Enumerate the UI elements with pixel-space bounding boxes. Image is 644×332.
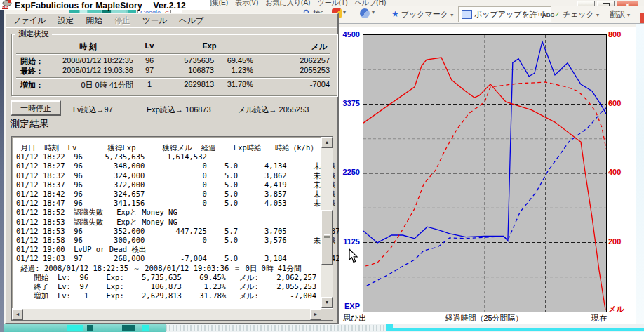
horizontal-scrollbar[interactable]: ◄ ► (12, 308, 321, 320)
vertical-scrollbar[interactable]: ▲ ▼ (321, 137, 333, 308)
scroll-up-button[interactable]: ▲ (321, 137, 333, 148)
app-window: ファイル 設定 開始 停止 ツール ヘルプ 時 刻 Lv Exp メル 開始： … (4, 13, 339, 324)
star-icon: ★ (391, 9, 399, 19)
right-tick-400: 400 (608, 168, 635, 176)
status-row-gain-time: 0日 0時 41分間 (43, 80, 133, 91)
spellcheck-dropdown-icon: ▾ (596, 12, 599, 18)
exp-readout: Exp読込→ 106873 (147, 105, 211, 115)
right-tick-200: 200 (608, 237, 635, 246)
popup-window-icon (462, 10, 472, 19)
chart-plot-area (363, 34, 607, 312)
scroll-right-button[interactable]: ► (310, 309, 321, 320)
app-title: ExpFabulicious for MapleStory Ver.2.12 (15, 0, 186, 12)
app-icon: EXP (1, 0, 12, 9)
pause-button[interactable]: 一時停止 (11, 100, 61, 116)
check-icon: ✓ (554, 11, 560, 18)
mouse-cursor (349, 248, 358, 263)
status-row-start-time: 2008/01/12 18:22:35 (43, 56, 133, 65)
status-row-last-time: 2008/01/12 19:03:36 (43, 66, 133, 74)
screen: { "browser": { "menu_fragment": "ファイル(F)… (0, 0, 644, 332)
menu-file[interactable]: ファイル (13, 15, 46, 26)
status-header-exp: Exp (166, 41, 253, 50)
status-row-gain-mel: -7004 (267, 80, 330, 88)
results-log-textarea[interactable]: 月日 時刻 Lv 獲得Exp 獲得メル 経過 Exp時給 時給（k/h） 01/… (11, 136, 333, 321)
status-divider2 (16, 77, 330, 78)
left-axis-label-exp: EXP (339, 302, 360, 310)
lv-readout: Lv読込→97 (73, 105, 113, 115)
translate-button[interactable]: 翻訳 ▾ (610, 9, 630, 20)
translate-icon-sliver (640, 13, 644, 23)
right-tick-800: 800 (608, 30, 635, 39)
status-row-start-pct: 69.45% (218, 56, 253, 65)
status-row-start-lv: 96 (137, 56, 161, 65)
app-menubar: ファイル 設定 開始 停止 ツール ヘルプ (6, 14, 337, 27)
toolbar-separator (384, 8, 384, 20)
left-tick-2250: 2250 (339, 168, 360, 176)
status-row-last-pct: 1.23% (218, 66, 253, 74)
svg-text:EXP: EXP (2, 6, 8, 9)
vertical-scrollbar-thumb[interactable] (321, 210, 333, 265)
spellcheck-button[interactable]: ABC✓ チェック ▾ (542, 9, 599, 20)
chart-canvas (363, 35, 606, 312)
left-tick-1125: 1125 (339, 237, 360, 246)
status-divider (16, 53, 330, 54)
status-row-last-mel: 2055253 (267, 66, 330, 74)
left-tick-3375: 3375 (339, 99, 360, 107)
abc-icon: ABC (542, 12, 554, 18)
bookmark-button[interactable]: ★ ブックマーク ▾ (391, 9, 453, 20)
results-label: 測定結果 (10, 118, 49, 131)
browser-page-sliver (636, 24, 644, 324)
left-tick-4500: 4500 (339, 30, 360, 39)
menu-settings[interactable]: 設定 (58, 15, 74, 26)
status-header-mel: メル (267, 41, 330, 52)
menu-start[interactable]: 開始 (86, 15, 102, 26)
menu-tools[interactable]: ツール (142, 15, 167, 26)
menu-stop: 停止 (114, 15, 130, 26)
info-dropdown-icon[interactable]: ▾ (372, 9, 375, 15)
status-row-start-exp: 5735635 (166, 56, 214, 65)
chart-window: 4500 3375 2250 1125 EXP 800 600 400 200 … (339, 27, 636, 324)
status-row-gain-exp: 2629813 (166, 80, 214, 88)
info-icon[interactable] (360, 8, 370, 18)
x-label-now: 現在 (559, 313, 607, 324)
status-row-gain-pct: 31.78% (218, 80, 253, 88)
status-row-start-mel: 2062257 (267, 56, 330, 65)
app-titlebar[interactable]: EXP ExpFabulicious for MapleStory Ver.2.… (0, 0, 210, 10)
translate-dropdown-icon: ▾ (627, 12, 630, 18)
status-groupbox: 時 刻 Lv Exp メル 開始： 2008/01/12 18:22:35 96… (11, 34, 337, 96)
status-row-last-exp: 106873 (166, 66, 214, 74)
google-toolbar-row: ▾ ▾ ★ ブックマーク ▾ ポップアップを許可 ABC✓ チェック ▾ 翻訳 … (323, 6, 644, 24)
pagerank-dropdown-icon[interactable]: ▾ (343, 9, 346, 15)
bottom-desktop-strip (0, 324, 644, 332)
right-axis-label-mel: メル (608, 304, 635, 314)
status-row-last-lv: 97 (137, 66, 161, 74)
scroll-left-button[interactable]: ◄ (12, 309, 23, 320)
bookmark-dropdown-icon: ▾ (450, 12, 453, 18)
right-tick-600: 600 (608, 99, 635, 107)
menu-help[interactable]: ヘルプ (179, 15, 203, 26)
status-header-lv: Lv (137, 41, 161, 50)
mel-readout: メル読込→ 2055253 (238, 105, 309, 115)
status-row-gain-lv: 1 (137, 80, 161, 88)
results-log-text: 月日 時刻 Lv 獲得Exp 獲得メル 経過 Exp時給 時給（k/h） 01/… (16, 143, 340, 300)
scroll-down-button[interactable]: ▼ (321, 297, 333, 308)
toolbar-bottom-line (323, 23, 644, 24)
scrollbar-corner (321, 309, 333, 320)
status-groupbox-label: 測定状況 (15, 29, 52, 39)
status-header-time: 時 刻 (43, 41, 133, 52)
